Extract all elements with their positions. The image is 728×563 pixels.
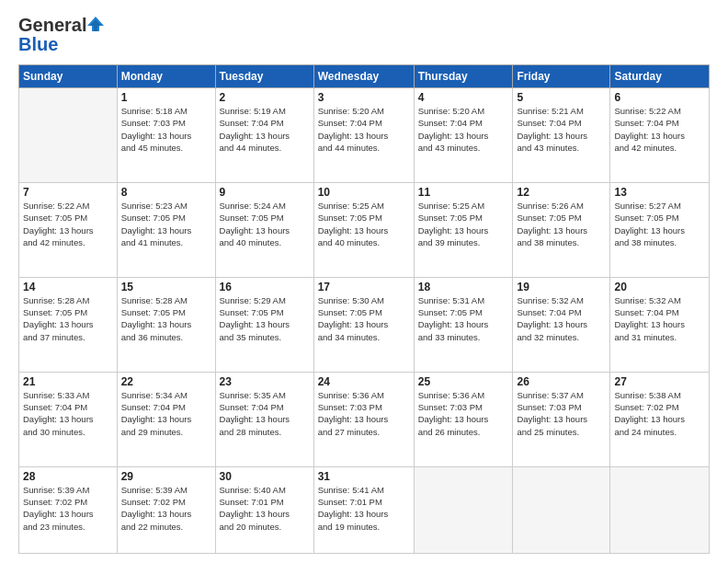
calendar-cell: 23Sunrise: 5:35 AMSunset: 7:04 PMDayligh… [215,372,313,466]
calendar-cell: 14Sunrise: 5:28 AMSunset: 7:05 PMDayligh… [19,277,118,372]
logo-blue: Blue [18,34,58,55]
day-info: Sunrise: 5:31 AMSunset: 7:05 PMDaylight:… [418,294,509,343]
day-info: Sunrise: 5:19 AMSunset: 7:04 PMDaylight:… [220,105,310,154]
day-number: 8 [121,186,211,199]
logo-general: General [18,15,86,36]
calendar-cell: 31Sunrise: 5:41 AMSunset: 7:01 PMDayligh… [313,466,414,553]
calendar-cell: 10Sunrise: 5:25 AMSunset: 7:05 PMDayligh… [313,182,414,277]
calendar-cell: 20Sunrise: 5:32 AMSunset: 7:04 PMDayligh… [610,277,710,372]
calendar-day-header: Friday [513,65,610,88]
calendar-cell: 9Sunrise: 5:24 AMSunset: 7:05 PMDaylight… [215,182,313,277]
day-number: 26 [517,375,606,388]
calendar-cell: 12Sunrise: 5:26 AMSunset: 7:05 PMDayligh… [513,182,610,277]
calendar-week-row: 14Sunrise: 5:28 AMSunset: 7:05 PMDayligh… [19,277,710,372]
calendar-cell: 5Sunrise: 5:21 AMSunset: 7:04 PMDaylight… [513,88,610,183]
calendar-cell: 2Sunrise: 5:19 AMSunset: 7:04 PMDaylight… [215,88,313,183]
day-info: Sunrise: 5:39 AMSunset: 7:02 PMDaylight:… [23,484,113,533]
calendar-cell: 19Sunrise: 5:32 AMSunset: 7:04 PMDayligh… [513,277,610,372]
calendar-day-header: Wednesday [313,65,414,88]
day-info: Sunrise: 5:38 AMSunset: 7:02 PMDaylight:… [614,389,705,438]
day-number: 9 [220,186,310,199]
day-number: 24 [318,375,410,388]
calendar-week-row: 7Sunrise: 5:22 AMSunset: 7:05 PMDaylight… [19,182,710,277]
day-info: Sunrise: 5:28 AMSunset: 7:05 PMDaylight:… [23,294,113,343]
day-number: 15 [121,281,211,293]
calendar-cell: 3Sunrise: 5:20 AMSunset: 7:04 PMDaylight… [313,88,414,183]
header: General Blue [18,15,710,55]
calendar-week-row: 1Sunrise: 5:18 AMSunset: 7:03 PMDaylight… [19,88,710,183]
calendar-cell: 6Sunrise: 5:22 AMSunset: 7:04 PMDaylight… [610,88,710,183]
day-info: Sunrise: 5:24 AMSunset: 7:05 PMDaylight:… [220,200,310,248]
calendar-cell: 1Sunrise: 5:18 AMSunset: 7:03 PMDaylight… [117,88,215,183]
calendar-cell: 27Sunrise: 5:38 AMSunset: 7:02 PMDayligh… [610,372,710,466]
day-info: Sunrise: 5:34 AMSunset: 7:04 PMDaylight:… [121,389,211,438]
day-info: Sunrise: 5:36 AMSunset: 7:03 PMDaylight:… [418,389,509,438]
page: General Blue SundayMondayTuesdayWednesda… [0,0,728,563]
day-info: Sunrise: 5:28 AMSunset: 7:05 PMDaylight:… [121,294,211,343]
day-number: 27 [614,375,705,388]
day-number: 19 [517,281,606,293]
calendar-cell: 7Sunrise: 5:22 AMSunset: 7:05 PMDaylight… [19,182,118,277]
calendar-cell: 16Sunrise: 5:29 AMSunset: 7:05 PMDayligh… [215,277,313,372]
day-number: 10 [318,186,410,199]
day-info: Sunrise: 5:22 AMSunset: 7:04 PMDaylight:… [614,105,705,154]
day-number: 14 [23,281,113,293]
calendar-cell: 17Sunrise: 5:30 AMSunset: 7:05 PMDayligh… [313,277,414,372]
day-number: 21 [23,375,113,388]
day-info: Sunrise: 5:33 AMSunset: 7:04 PMDaylight:… [23,389,113,438]
day-info: Sunrise: 5:36 AMSunset: 7:03 PMDaylight:… [318,389,410,438]
day-number: 13 [614,186,705,199]
day-number: 11 [418,186,509,199]
day-info: Sunrise: 5:30 AMSunset: 7:05 PMDaylight:… [318,294,410,343]
day-info: Sunrise: 5:32 AMSunset: 7:04 PMDaylight:… [517,294,606,343]
day-number: 1 [121,91,211,104]
calendar-cell: 4Sunrise: 5:20 AMSunset: 7:04 PMDaylight… [414,88,513,183]
day-number: 3 [318,91,410,104]
day-number: 7 [23,186,113,199]
calendar-cell: 29Sunrise: 5:39 AMSunset: 7:02 PMDayligh… [117,466,215,553]
day-number: 29 [121,470,211,483]
calendar-day-header: Monday [117,65,215,88]
calendar-cell: 22Sunrise: 5:34 AMSunset: 7:04 PMDayligh… [117,372,215,466]
calendar-cell [414,466,513,553]
calendar-header-row: SundayMondayTuesdayWednesdayThursdayFrid… [19,65,710,88]
day-number: 12 [517,186,606,199]
day-info: Sunrise: 5:25 AMSunset: 7:05 PMDaylight:… [318,200,410,248]
day-number: 5 [517,91,606,104]
day-number: 2 [220,91,310,104]
day-info: Sunrise: 5:35 AMSunset: 7:04 PMDaylight:… [220,389,310,438]
calendar-day-header: Thursday [414,65,513,88]
day-info: Sunrise: 5:26 AMSunset: 7:05 PMDaylight:… [517,200,606,248]
calendar-cell: 18Sunrise: 5:31 AMSunset: 7:05 PMDayligh… [414,277,513,372]
calendar-cell: 13Sunrise: 5:27 AMSunset: 7:05 PMDayligh… [610,182,710,277]
calendar-day-header: Tuesday [215,65,313,88]
day-number: 31 [318,470,410,483]
day-number: 25 [418,375,509,388]
calendar-cell: 26Sunrise: 5:37 AMSunset: 7:03 PMDayligh… [513,372,610,466]
calendar-cell: 11Sunrise: 5:25 AMSunset: 7:05 PMDayligh… [414,182,513,277]
calendar-cell: 8Sunrise: 5:23 AMSunset: 7:05 PMDaylight… [117,182,215,277]
calendar-cell: 24Sunrise: 5:36 AMSunset: 7:03 PMDayligh… [313,372,414,466]
calendar-cell [610,466,710,553]
day-info: Sunrise: 5:27 AMSunset: 7:05 PMDaylight:… [614,200,705,248]
calendar-week-row: 21Sunrise: 5:33 AMSunset: 7:04 PMDayligh… [19,372,710,466]
day-number: 6 [614,91,705,104]
day-info: Sunrise: 5:39 AMSunset: 7:02 PMDaylight:… [121,484,211,533]
calendar-cell [513,466,610,553]
day-number: 16 [220,281,310,293]
day-number: 4 [418,91,509,104]
day-info: Sunrise: 5:20 AMSunset: 7:04 PMDaylight:… [418,105,509,154]
day-number: 30 [220,470,310,483]
day-info: Sunrise: 5:41 AMSunset: 7:01 PMDaylight:… [318,484,410,533]
calendar-day-header: Saturday [610,65,710,88]
calendar-week-row: 28Sunrise: 5:39 AMSunset: 7:02 PMDayligh… [19,466,710,553]
logo-bird-icon [87,17,104,35]
day-number: 20 [614,281,705,293]
day-number: 22 [121,375,211,388]
day-number: 28 [23,470,113,483]
day-info: Sunrise: 5:32 AMSunset: 7:04 PMDaylight:… [614,294,705,343]
calendar-cell [19,88,118,183]
day-info: Sunrise: 5:37 AMSunset: 7:03 PMDaylight:… [517,389,606,438]
day-info: Sunrise: 5:25 AMSunset: 7:05 PMDaylight:… [418,200,509,248]
calendar-cell: 25Sunrise: 5:36 AMSunset: 7:03 PMDayligh… [414,372,513,466]
